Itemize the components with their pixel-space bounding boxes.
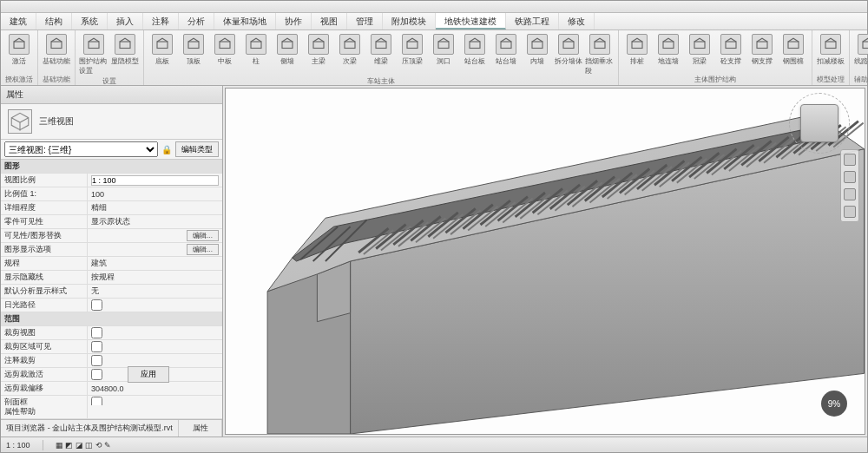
svg-rect-3 bbox=[120, 42, 130, 49]
menu-tab[interactable]: 视图 bbox=[312, 13, 347, 30]
ribbon-button[interactable]: 洞口 bbox=[429, 32, 458, 76]
property-grid: 图形视图比例比例值 1:100详细程度精细零件可见性显示原状态可见性/图形替换编… bbox=[1, 160, 222, 405]
menu-tab[interactable]: 体量和场地 bbox=[214, 13, 276, 30]
menu-tab[interactable]: 地铁快速建模 bbox=[436, 13, 506, 30]
menu-tab[interactable]: 管理 bbox=[347, 13, 383, 30]
building-icon bbox=[627, 34, 648, 55]
type-name: 三维视图 bbox=[39, 115, 74, 128]
svg-rect-10 bbox=[345, 42, 355, 49]
menu-tab[interactable]: 结构 bbox=[36, 13, 72, 30]
menu-tab[interactable]: 铁路工程 bbox=[506, 13, 559, 30]
tab-project-browser[interactable]: 项目浏览器 - 金山站主体及围护结构测试模型.rvt bbox=[1, 420, 179, 437]
menu-tab[interactable]: 协作 bbox=[276, 13, 312, 30]
ribbon-button[interactable]: 次梁 bbox=[335, 32, 365, 76]
ribbon-button[interactable]: 砼支撑 bbox=[716, 32, 746, 74]
ribbon-button[interactable]: 围护结构设置 bbox=[79, 32, 108, 76]
menu-tab[interactable]: 系统 bbox=[72, 13, 108, 30]
svg-rect-4 bbox=[157, 42, 168, 49]
menu-tab[interactable]: 建筑 bbox=[1, 13, 36, 30]
prop-section[interactable]: 范围 bbox=[1, 312, 222, 326]
building-icon bbox=[402, 34, 423, 55]
ribbon-button[interactable]: 挡烟垂水段 bbox=[585, 32, 615, 76]
ribbon-button[interactable]: 底板 bbox=[148, 32, 177, 76]
svg-rect-9 bbox=[313, 42, 324, 49]
menu-tab[interactable]: 修改 bbox=[559, 13, 595, 30]
nav-pan-icon[interactable] bbox=[844, 171, 856, 183]
ribbon-button[interactable]: 扣减楼板 bbox=[816, 32, 845, 74]
svg-rect-15 bbox=[501, 42, 511, 49]
ribbon-button[interactable]: 维梁 bbox=[366, 32, 396, 76]
ribbon-button[interactable]: 地连墙 bbox=[654, 32, 683, 74]
prop-checkbox[interactable] bbox=[91, 327, 102, 338]
tab-properties[interactable]: 属性 bbox=[179, 420, 222, 437]
nav-zoom-icon[interactable] bbox=[844, 188, 856, 200]
ribbon-button[interactable]: 激活 bbox=[4, 32, 34, 74]
prop-edit-button[interactable]: 编辑... bbox=[187, 244, 219, 255]
svg-rect-23 bbox=[757, 42, 767, 49]
building-icon bbox=[246, 34, 266, 55]
status-icons[interactable]: ▦ ◩ ◪ ◫ ⟲ ✎ bbox=[56, 441, 112, 450]
svg-rect-8 bbox=[282, 42, 293, 49]
prop-checkbox[interactable] bbox=[91, 369, 102, 380]
ribbon-button[interactable]: 拆分墙体 bbox=[554, 32, 583, 76]
ribbon-button[interactable]: 排桩 bbox=[622, 32, 652, 74]
nav-bar[interactable] bbox=[840, 149, 859, 222]
prop-checkbox[interactable] bbox=[91, 341, 102, 352]
building-icon bbox=[658, 34, 679, 55]
ribbon-button[interactable]: 钢围檩 bbox=[779, 32, 808, 74]
prop-row: 剖面框 bbox=[1, 396, 222, 405]
svg-rect-22 bbox=[726, 42, 736, 49]
menu-tab[interactable]: 分析 bbox=[179, 13, 214, 30]
building-icon bbox=[9, 34, 30, 55]
nav-home-icon[interactable] bbox=[844, 154, 856, 166]
viewport-3d[interactable]: 9% bbox=[225, 88, 865, 435]
prop-checkbox[interactable] bbox=[91, 397, 102, 405]
ribbon-button[interactable]: 站台板 bbox=[460, 32, 490, 76]
status-scale[interactable]: 1 : 100 bbox=[6, 441, 30, 450]
ribbon-button[interactable]: 主梁 bbox=[304, 32, 333, 76]
title-bar bbox=[1, 1, 867, 13]
panel-title: 属性 bbox=[1, 86, 222, 104]
edit-type-button[interactable]: 编辑类型 bbox=[175, 141, 219, 157]
prop-input[interactable] bbox=[91, 175, 219, 186]
ribbon-group-label: 基础功能 bbox=[42, 74, 71, 85]
ribbon-button[interactable]: 内墙 bbox=[523, 32, 552, 76]
ribbon-button[interactable]: 显隐模型 bbox=[110, 32, 140, 76]
ribbon-button[interactable]: 基础功能 bbox=[42, 32, 71, 74]
help-row[interactable]: 属性帮助 bbox=[1, 405, 88, 418]
svg-rect-26 bbox=[863, 42, 868, 49]
prop-checkbox[interactable] bbox=[91, 299, 102, 311]
building-icon bbox=[83, 34, 104, 55]
ribbon-button[interactable]: 冠梁 bbox=[685, 32, 714, 74]
ribbon-button[interactable]: 中板 bbox=[210, 32, 240, 76]
ribbon-button[interactable]: 顶板 bbox=[179, 32, 208, 76]
instance-selector[interactable]: 三维视图: {三维} bbox=[4, 141, 158, 157]
status-bar: 1 : 100 ▦ ◩ ◪ ◫ ⟲ ✎ bbox=[1, 437, 867, 452]
ribbon-button[interactable]: 线路输入 bbox=[853, 32, 868, 74]
prop-row: 零件可见性显示原状态 bbox=[1, 215, 222, 229]
menu-tab[interactable]: 注释 bbox=[143, 13, 179, 30]
ribbon: 激活授权激活基础功能基础功能围护结构设置显隐模型设置底板顶板中板柱侧墙主梁次梁维… bbox=[1, 30, 867, 86]
ribbon-button[interactable]: 钢支撑 bbox=[747, 32, 777, 74]
ribbon-button[interactable]: 柱 bbox=[241, 32, 271, 76]
prop-row: 可见性/图形替换编辑... bbox=[1, 229, 222, 243]
svg-rect-7 bbox=[251, 42, 261, 49]
nav-orbit-icon[interactable] bbox=[844, 206, 856, 218]
apply-button[interactable]: 应用 bbox=[128, 366, 169, 383]
prop-checkbox[interactable] bbox=[91, 355, 102, 366]
svg-rect-5 bbox=[188, 42, 199, 49]
menu-tab[interactable]: 附加模块 bbox=[383, 13, 436, 30]
ribbon-button[interactable]: 侧墙 bbox=[273, 32, 302, 76]
ribbon-button[interactable]: 站台墙 bbox=[491, 32, 521, 76]
building-icon bbox=[183, 34, 204, 55]
ribbon-button[interactable]: 压顶梁 bbox=[398, 32, 427, 76]
menu-tab[interactable]: 插入 bbox=[108, 13, 143, 30]
building-icon bbox=[371, 34, 391, 55]
building-icon bbox=[558, 34, 579, 55]
prop-edit-button[interactable]: 编辑... bbox=[187, 230, 219, 241]
prop-row: 视图比例 bbox=[1, 174, 222, 187]
prop-section[interactable]: 图形 bbox=[1, 160, 222, 174]
prop-row: 规程建筑 bbox=[1, 257, 222, 271]
view-cube[interactable] bbox=[800, 104, 838, 142]
building-icon bbox=[214, 34, 235, 55]
